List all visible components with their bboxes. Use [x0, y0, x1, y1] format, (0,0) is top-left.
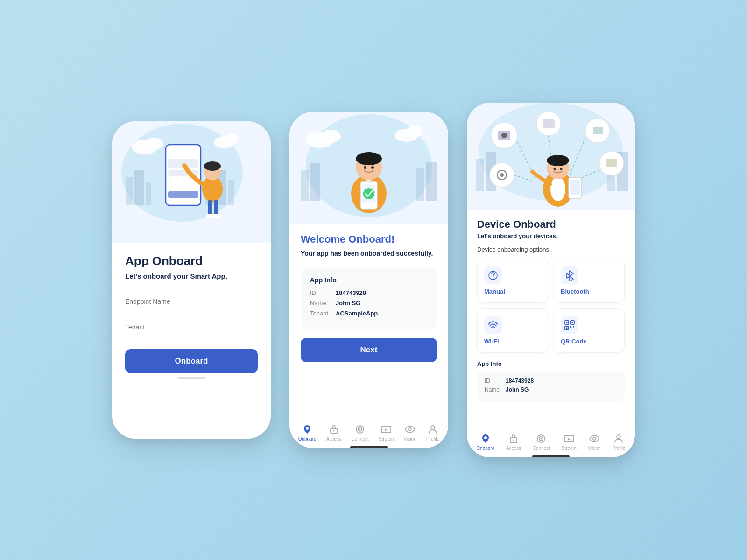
- phone-3-content: Device Onboard Let's onboard your device…: [467, 210, 635, 428]
- bluetooth-icon: [561, 266, 578, 284]
- svg-rect-50: [476, 159, 484, 191]
- svg-point-100: [617, 435, 620, 439]
- svg-point-2: [145, 138, 163, 150]
- svg-rect-86: [566, 328, 568, 329]
- welcome-desc: Your app has been onboarded succesfully.: [301, 249, 437, 259]
- tenant-value: ACSampleApp: [336, 310, 378, 317]
- p3-name-label: Name: [485, 386, 506, 393]
- p3-connect-icon: [536, 433, 547, 444]
- p3-nav-profile[interactable]: Profile: [612, 433, 625, 451]
- phone-2-screen: Welcome Onboard! Your app has been onboa…: [289, 112, 448, 448]
- wifi-label: Wi-Fi: [484, 338, 499, 345]
- svg-point-21: [212, 214, 220, 218]
- onboard-button[interactable]: Onboard: [125, 349, 258, 373]
- p3-onboard-icon: [480, 433, 491, 444]
- nav-stream[interactable]: Stream: [379, 424, 394, 441]
- svg-point-75: [554, 168, 556, 170]
- svg-point-26: [406, 126, 423, 137]
- svg-point-79: [493, 277, 493, 278]
- options-grid: Manual Bluetooth Wi-Fi: [477, 259, 625, 353]
- svg-point-39: [363, 188, 374, 199]
- p3-nav-onboard-label: Onboard: [476, 446, 494, 451]
- phone-1-title: App Onboard: [125, 254, 258, 268]
- phone-1: App Onboard Let's onboard your Smart App…: [112, 121, 271, 439]
- name-label: Name: [310, 300, 336, 307]
- tenant-input[interactable]: [125, 319, 258, 336]
- svg-rect-18: [208, 200, 212, 216]
- nav-access[interactable]: Access: [326, 424, 341, 441]
- app-info-card: App Info ID 184743928 Name John SG Tenan…: [301, 268, 437, 329]
- onboard-icon: [302, 424, 313, 435]
- qr-icon: [561, 316, 578, 334]
- options-label: Device onboarding options: [477, 246, 625, 253]
- phone-1-subtitle: Let's onboard your Smart App.: [125, 272, 258, 280]
- p3-access-icon: [508, 433, 519, 444]
- nav-vision[interactable]: Vision: [404, 424, 416, 441]
- p3-app-info-title: App Info: [477, 360, 625, 367]
- phone-2: Welcome Onboard! Your app has been onboa…: [289, 112, 448, 448]
- p3-id-row: ID 184743928: [485, 378, 617, 384]
- svg-point-80: [493, 329, 494, 330]
- device-onboard-title: Device Onboard: [477, 218, 625, 231]
- svg-rect-78: [570, 180, 580, 195]
- bottom-nav-phone3: Onboard Access Connect: [467, 428, 635, 454]
- vision-icon: [404, 424, 416, 435]
- nav-onboard-label: Onboard: [298, 436, 317, 441]
- phone-1-screen: App Onboard Let's onboard your Smart App…: [112, 121, 271, 439]
- svg-point-40: [306, 427, 309, 430]
- svg-rect-6: [134, 170, 144, 205]
- nav-onboard[interactable]: Onboard: [298, 424, 317, 441]
- phone-2-illustration: [289, 112, 448, 224]
- phone-2-content: Welcome Onboard! Your app has been onboa…: [289, 224, 448, 419]
- next-button[interactable]: Next: [301, 338, 437, 362]
- endpoint-input[interactable]: [125, 293, 258, 310]
- p3-nav-vision-label: Vision: [588, 446, 601, 451]
- stream-icon: [381, 424, 392, 435]
- bluetooth-label: Bluetooth: [561, 288, 589, 295]
- manual-label: Manual: [484, 288, 505, 295]
- svg-rect-7: [146, 182, 151, 205]
- svg-point-76: [560, 168, 563, 170]
- p3-profile-icon: [613, 433, 624, 444]
- p3-nav-connect-label: Connect: [533, 446, 550, 451]
- p3-nav-connect[interactable]: Connect: [533, 433, 550, 451]
- qrcode-label: QR Code: [561, 338, 587, 345]
- nav-profile[interactable]: Profile: [426, 424, 439, 441]
- svg-rect-27: [301, 170, 309, 201]
- nav-connect[interactable]: Connect: [351, 424, 368, 441]
- p3-nav-vision[interactable]: Vision: [588, 433, 601, 451]
- svg-point-24: [320, 130, 341, 143]
- connect-icon: [354, 424, 366, 435]
- svg-rect-14: [168, 191, 198, 198]
- svg-point-17: [204, 161, 221, 171]
- qrcode-option[interactable]: QR Code: [554, 308, 625, 353]
- tenant-label: Tenant: [310, 310, 336, 317]
- p3-nav-onboard[interactable]: Onboard: [476, 433, 494, 451]
- access-icon: [328, 424, 339, 435]
- bluetooth-option[interactable]: Bluetooth: [554, 259, 625, 303]
- wifi-option[interactable]: Wi-Fi: [477, 308, 548, 353]
- p3-nav-profile-label: Profile: [612, 446, 625, 451]
- p3-id-value: 184743928: [506, 378, 534, 384]
- svg-rect-5: [126, 177, 133, 205]
- manual-option[interactable]: Manual: [477, 259, 548, 303]
- app-info-tenant-row: Tenant ACSampleApp: [310, 310, 428, 317]
- id-value: 184743928: [336, 289, 366, 296]
- nav-scrollbar-3: [532, 455, 570, 457]
- bottom-nav-phone2: Onboard Access Connect: [289, 419, 448, 444]
- app-info-id-row: ID 184743928: [310, 289, 428, 296]
- nav-profile-label: Profile: [426, 436, 439, 441]
- phone-3: Device Onboard Let's onboard your device…: [467, 103, 635, 457]
- svg-rect-85: [572, 322, 573, 323]
- p3-nav-access[interactable]: Access: [506, 433, 521, 451]
- p3-nav-stream[interactable]: Stream: [562, 433, 577, 451]
- svg-rect-28: [310, 163, 320, 201]
- p3-vision-icon: [589, 433, 600, 444]
- manual-icon: [484, 266, 502, 284]
- svg-point-56: [501, 133, 507, 138]
- svg-point-99: [593, 437, 596, 440]
- nav-stream-label: Stream: [379, 436, 394, 441]
- svg-point-72: [550, 177, 565, 201]
- p3-name-value: John SG: [506, 386, 529, 393]
- p3-nav-access-label: Access: [506, 446, 521, 451]
